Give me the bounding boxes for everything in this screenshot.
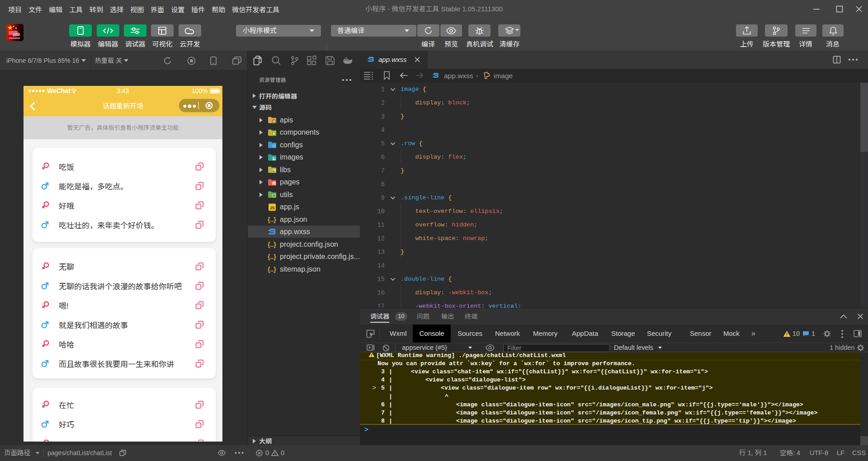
svg-text:JS: JS <box>270 206 275 210</box>
